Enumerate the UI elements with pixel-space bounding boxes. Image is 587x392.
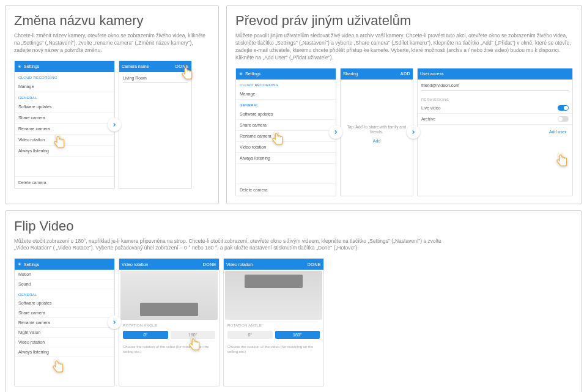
settings-screen-2: Settings CLOUD RECORDING Manage GENERAL … xyxy=(235,68,336,196)
rotation-angle-label: ROTATION ANGLE xyxy=(119,321,219,327)
gear-icon xyxy=(17,262,22,267)
software-updates-row[interactable]: Software updates xyxy=(15,102,114,113)
manage-row[interactable]: Manage xyxy=(15,81,114,92)
permissions-label: PERMISSIONS xyxy=(418,94,572,103)
rename-camera-panel: Změna názvu kamery Chcete-li změnit náze… xyxy=(5,5,219,204)
add-link[interactable]: Add xyxy=(341,138,413,144)
add-user-button[interactable]: Add user xyxy=(418,125,572,139)
flip-video-panel: Flip Video Můžete otočit zobrazení o 180… xyxy=(5,210,582,392)
delete-camera-row[interactable]: Delete camera xyxy=(15,176,114,188)
sharing-screen: SharingADD Tap 'Add' to share with famil… xyxy=(340,68,413,196)
live-video-toggle[interactable] xyxy=(558,105,569,111)
camera-name-screen: Camera name DONE Living Room xyxy=(119,61,192,189)
tap-hint: Tap 'Add' to share with family and frien… xyxy=(341,122,413,138)
email-input[interactable]: friend@ivideon.com xyxy=(421,83,569,91)
rotation-preview-flipped xyxy=(225,271,322,320)
arrow-icon xyxy=(108,118,121,131)
rename-title: Změna názvu kamery xyxy=(14,13,210,29)
archive-row: Archive xyxy=(418,114,572,125)
transfer-title: Převod práv jiným uživatelům xyxy=(235,13,573,29)
hand-icon xyxy=(554,153,570,169)
section-cloud: CLOUD RECORDING xyxy=(15,72,114,81)
flip-title: Flip Video xyxy=(14,218,573,234)
transfer-rights-panel: Převod práv jiným uživatelům Můžete povo… xyxy=(226,5,582,204)
rotate-0-button[interactable]: 0° xyxy=(227,331,273,339)
rotation-help: Choose the rotation of the video (for mo… xyxy=(119,342,219,357)
gear-icon xyxy=(17,64,22,69)
share-camera-row[interactable]: Share camera xyxy=(15,113,114,124)
video-rotation-screen-a: Video rotationDONE ROTATION ANGLE 0° 180… xyxy=(119,258,220,386)
archive-toggle[interactable] xyxy=(558,116,569,122)
done-button[interactable]: DONE xyxy=(308,262,321,267)
gear-icon xyxy=(238,72,243,76)
hand-icon xyxy=(186,337,202,353)
video-rotation-screen-b: Video rotationDONE ROTATION ANGLE 0° 180… xyxy=(223,258,324,386)
share-camera-row-2[interactable]: Share camera xyxy=(236,120,336,131)
sound-row[interactable]: Sound xyxy=(15,279,114,289)
settings-screen: Settings CLOUD RECORDING Manage GENERAL … xyxy=(14,61,115,189)
rotation-preview xyxy=(120,271,218,320)
rename-desc: Chcete-li změnit název kamery, otevřete … xyxy=(14,32,210,54)
hand-icon xyxy=(179,66,195,82)
settings-screen-3: Settings Motion Sound GENERAL Software u… xyxy=(14,258,115,386)
rename-camera-row[interactable]: Rename camera xyxy=(15,124,114,135)
camera-name-input[interactable]: Living Room xyxy=(123,76,188,83)
hand-icon xyxy=(50,359,66,375)
settings-bar: Settings xyxy=(15,61,114,72)
arrow-icon xyxy=(329,125,342,139)
arrow-icon xyxy=(407,125,420,139)
video-rotation-row-3[interactable]: Video rotation xyxy=(15,338,114,347)
arrow-icon xyxy=(108,316,121,329)
rotate-180-button[interactable]: 180° xyxy=(275,331,320,339)
hand-icon xyxy=(270,131,286,147)
done-button[interactable]: DONE xyxy=(203,262,216,267)
add-button[interactable]: ADD xyxy=(401,72,410,76)
motion-row[interactable]: Motion xyxy=(15,270,114,279)
hand-icon xyxy=(51,135,67,150)
section-general: GENERAL xyxy=(15,92,114,102)
user-access-screen: User access friend@ivideon.com PERMISSIO… xyxy=(417,68,573,196)
transfer-desc: Můžete povolit jiným uživatelům sledovat… xyxy=(235,32,573,62)
rotate-0-button[interactable]: 0° xyxy=(123,331,168,339)
flip-desc: Můžete otočit zobrazení o 180°, napříkla… xyxy=(14,238,454,253)
live-video-row: Live video xyxy=(418,103,572,114)
night-vision-row[interactable]: Night vision xyxy=(15,328,114,338)
